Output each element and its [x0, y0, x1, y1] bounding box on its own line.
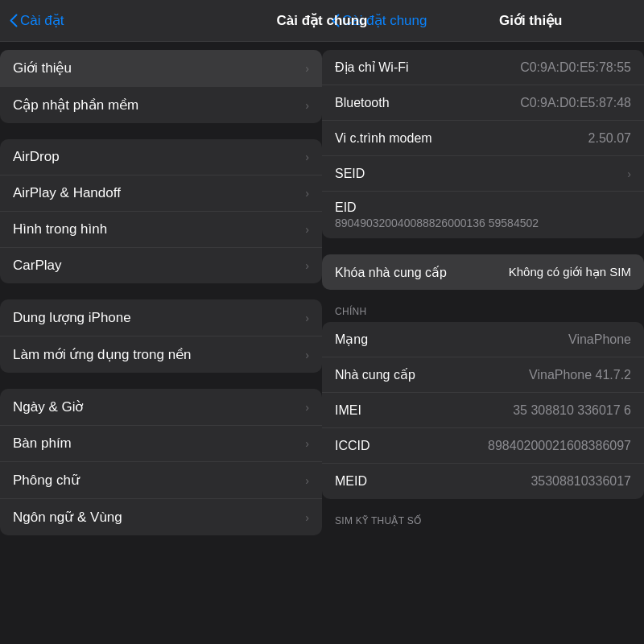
right-list-group-2: Khóa nhà cung cấp Không có giới hạn SIM: [322, 254, 644, 290]
ban-phim-label: Bàn phím: [13, 436, 72, 452]
dung-luong-chevron: ›: [305, 312, 309, 324]
left-nav-title: Cài đặt chung: [277, 12, 322, 29]
nha-cung-cap-label: Nhà cung cấp: [335, 367, 415, 382]
dung-luong-right: ›: [305, 312, 309, 324]
carplay-label: CarPlay: [13, 258, 61, 274]
hinh-chevron: ›: [305, 223, 309, 236]
list-item-modem: Vi c.trình modem 2.50.07: [322, 121, 644, 156]
list-item-mang: Mạng VinaPhone: [322, 322, 644, 357]
airdrop-right: ›: [305, 151, 309, 163]
imei-value: 35 308810 336017 6: [513, 403, 631, 418]
gioi-thieu-label: Giới thiệu: [13, 60, 72, 76]
mang-value: VinaPhone: [568, 332, 631, 347]
seid-label: SEID: [335, 167, 365, 181]
modem-label: Vi c.trình modem: [335, 131, 432, 146]
seid-chevron: ›: [627, 167, 631, 180]
airplay-chevron: ›: [305, 187, 309, 200]
list-item-airdrop[interactable]: AirDrop ›: [0, 139, 322, 175]
left-list-group-4: Ngày & Giờ › Bàn phím › Phông chữ ›: [0, 389, 322, 535]
wifi-value: C0:9A:D0:E5:78:55: [520, 60, 631, 75]
right-group-3: CHÍNH Mạng VinaPhone Nhà cung cấp VinaPh…: [322, 306, 644, 499]
list-item-seid[interactable]: SEID ›: [322, 156, 644, 192]
left-group-3: Dung lượng iPhone › Làm mới ứng dụng tro…: [0, 299, 322, 373]
right-group-4: SIM KỸ THUẬT SỐ: [322, 515, 644, 531]
carrier-lock-label: Khóa nhà cung cấp: [335, 265, 447, 280]
left-panel: Cài đặt Cài đặt chung Giới thiệu › Cập n…: [0, 0, 322, 644]
carrier-lock-value: Không có giới hạn SIM: [509, 265, 631, 279]
ban-phim-right: ›: [305, 437, 309, 450]
left-group-2: AirDrop › AirPlay & Handoff › Hình trong…: [0, 139, 322, 283]
ngay-gio-chevron: ›: [305, 401, 309, 414]
list-item-phong-chu[interactable]: Phông chữ ›: [0, 462, 322, 499]
gioi-thieu-chevron: ›: [305, 62, 309, 75]
mang-label: Mạng: [335, 332, 368, 347]
left-list-group-3: Dung lượng iPhone › Làm mới ứng dụng tro…: [0, 299, 322, 373]
airdrop-chevron: ›: [305, 151, 309, 163]
right-group-1: Địa chỉ Wi-Fi C0:9A:D0:E5:78:55 Bluetoot…: [322, 50, 644, 238]
phong-chu-right: ›: [305, 474, 309, 487]
list-item-meid: MEID 35308810336017: [322, 464, 644, 499]
seid-right: ›: [627, 167, 631, 180]
chinh-section-label: CHÍNH: [322, 306, 644, 322]
imei-label: IMEI: [335, 403, 361, 418]
ngon-ngu-right: ›: [305, 511, 309, 524]
hinh-right: ›: [305, 223, 309, 236]
meid-value: 35308810336017: [530, 474, 631, 489]
wifi-label: Địa chỉ Wi-Fi: [335, 60, 409, 75]
right-list-group-3: Mạng VinaPhone Nhà cung cấp VinaPhone 41…: [322, 322, 644, 499]
phong-chu-chevron: ›: [305, 474, 309, 487]
cap-nhat-chevron: ›: [305, 99, 309, 112]
left-group-4: Ngày & Giờ › Bàn phím › Phông chữ ›: [0, 389, 322, 535]
left-group-1: Giới thiệu › Cập nhật phần mềm ›: [0, 50, 322, 123]
list-item-gioi-thieu[interactable]: Giới thiệu ›: [0, 50, 322, 87]
eid-label: EID: [335, 200, 357, 215]
bluetooth-value: C0:9A:D0:E5:87:48: [520, 96, 631, 110]
right-nav-title: Giới thiệu: [427, 12, 634, 29]
list-item-imei: IMEI 35 308810 336017 6: [322, 393, 644, 428]
list-item-ngon-ngu[interactable]: Ngôn ngữ & Vùng ›: [0, 499, 322, 535]
list-item-eid: EID 890490320040088826000136 59584502: [322, 192, 644, 238]
ngay-gio-label: Ngày & Giờ: [13, 398, 83, 415]
phong-chu-label: Phông chữ: [13, 472, 80, 489]
list-item-lam-moi[interactable]: Làm mới ứng dụng trong nền ›: [0, 336, 322, 373]
left-nav-back-label: Cài đặt: [20, 12, 64, 29]
iccid-label: ICCID: [335, 439, 370, 453]
ngay-gio-right: ›: [305, 401, 309, 414]
nha-cung-cap-value: VinaPhone 41.7.2: [529, 368, 631, 382]
hinh-label: Hình trong hình: [13, 221, 107, 237]
list-item-dung-luong[interactable]: Dung lượng iPhone ›: [0, 299, 322, 336]
airdrop-label: AirDrop: [13, 149, 60, 165]
list-item-bluetooth: Bluetooth C0:9A:D0:E5:87:48: [322, 85, 644, 121]
list-item-cap-nhat[interactable]: Cập nhật phần mềm ›: [0, 87, 322, 123]
list-item-hinh[interactable]: Hình trong hình ›: [0, 212, 322, 248]
right-nav-bar: Cài đặt chung Giới thiệu: [322, 0, 644, 42]
list-item-carplay[interactable]: CarPlay ›: [0, 248, 322, 283]
modem-value: 2.50.07: [588, 131, 631, 146]
left-content: Giới thiệu › Cập nhật phần mềm › AirDrop: [0, 42, 322, 644]
airplay-right: ›: [305, 187, 309, 200]
cap-nhat-right: ›: [305, 99, 309, 112]
list-item-wifi: Địa chỉ Wi-Fi C0:9A:D0:E5:78:55: [322, 50, 644, 85]
left-nav-back[interactable]: Cài đặt: [10, 12, 64, 29]
ngon-ngu-chevron: ›: [305, 511, 309, 524]
list-item-ban-phim[interactable]: Bàn phím ›: [0, 426, 322, 462]
bluetooth-label: Bluetooth: [335, 96, 390, 110]
lam-moi-label: Làm mới ứng dụng trong nền: [13, 346, 192, 363]
right-content: Địa chỉ Wi-Fi C0:9A:D0:E5:78:55 Bluetoot…: [322, 42, 644, 644]
left-list-group-1: Giới thiệu › Cập nhật phần mềm ›: [0, 50, 322, 123]
carplay-right: ›: [305, 259, 309, 272]
list-item-airplay[interactable]: AirPlay & Handoff ›: [0, 175, 322, 212]
carplay-chevron: ›: [305, 259, 309, 272]
list-item-ngay-gio[interactable]: Ngày & Giờ ›: [0, 389, 322, 426]
list-item-iccid: ICCID 89840200021608386097: [322, 428, 644, 464]
iccid-value: 89840200021608386097: [488, 439, 631, 453]
list-item-nha-cung-cap: Nhà cung cấp VinaPhone 41.7.2: [322, 357, 644, 393]
list-item-carrier-lock: Khóa nhà cung cấp Không có giới hạn SIM: [322, 254, 644, 290]
lam-moi-right: ›: [305, 349, 309, 361]
dung-luong-label: Dung lượng iPhone: [13, 309, 131, 326]
sim-section-label: SIM KỸ THUẬT SỐ: [322, 515, 644, 531]
gioi-thieu-right: ›: [305, 62, 309, 75]
cap-nhat-label: Cập nhật phần mềm: [13, 97, 138, 114]
airplay-label: AirPlay & Handoff: [13, 185, 121, 201]
left-list-group-2: AirDrop › AirPlay & Handoff › Hình trong…: [0, 139, 322, 283]
